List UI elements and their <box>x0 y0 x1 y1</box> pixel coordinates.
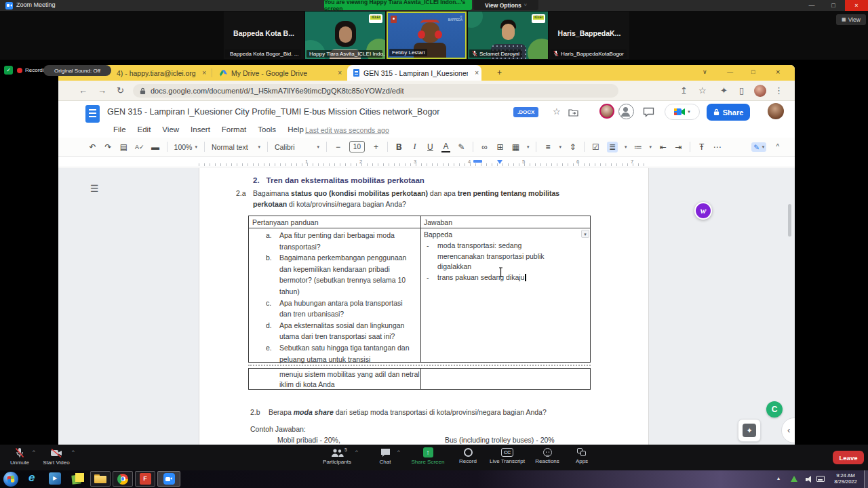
view-button[interactable]: ▦ View <box>836 14 866 25</box>
indent-marker[interactable] <box>497 160 502 164</box>
spellcheck-button[interactable]: A✓ <box>135 144 144 150</box>
star-document-icon[interactable]: ☆ <box>553 106 561 117</box>
tab-close-icon[interactable]: × <box>335 69 344 77</box>
mic-options-chevron[interactable]: ^ <box>33 449 35 455</box>
line-spacing-button[interactable]: ⇕ <box>568 142 577 152</box>
checklist-button[interactable]: ☑ <box>591 142 600 152</box>
questions-table[interactable]: Pertanyaan panduan Jawaban a.Apa fitur p… <box>248 216 592 392</box>
increase-font-button[interactable]: + <box>372 142 380 152</box>
clock[interactable]: 9:24 AM 8/29/2022 <box>829 472 863 485</box>
move-folder-icon[interactable] <box>568 108 578 117</box>
extensions-icon[interactable]: ✦ <box>720 85 728 96</box>
paint-format-button[interactable]: ▬ <box>151 142 160 152</box>
share-screen-button[interactable]: ↑ Share Screen <box>407 447 449 465</box>
numbered-list-button[interactable]: ≔ <box>634 142 643 152</box>
taskbar-ie-icon[interactable]: e <box>28 471 35 485</box>
participant-tile-haris[interactable]: Haris_BappedaK... Haris_BappedaKotaBogor <box>549 12 629 59</box>
back-button[interactable]: ← <box>79 85 87 96</box>
clear-formatting-button[interactable]: Ŧ <box>697 142 706 152</box>
browser-tab-drive[interactable]: My Drive - Google Drive × <box>214 65 344 81</box>
add-comment-button[interactable]: ⊞ <box>496 142 505 152</box>
scrollbar-thumb[interactable] <box>788 204 791 237</box>
participant-tile-bappeda-kota-bogor[interactable]: Bappeda Kota B... Bappeda Kota Bogor_Bid… <box>224 12 304 59</box>
align-button[interactable]: ≡ <box>543 142 552 152</box>
chat-options-chevron[interactable]: ^ <box>397 449 400 455</box>
original-sound-toggle[interactable]: Original Sound: Off <box>43 65 111 76</box>
ruler[interactable]: 1 2 3 4 5 6 7 <box>58 158 795 167</box>
bold-button[interactable]: B <box>395 142 403 152</box>
answer-cell[interactable]: Bappeda -moda transportasi: sedang meren… <box>424 230 587 283</box>
print-button[interactable]: ▤ <box>119 142 128 152</box>
url-bar[interactable]: docs.google.com/document/d/1_H5kmA7llY6e… <box>133 84 618 98</box>
leave-button[interactable]: Leave <box>833 451 864 464</box>
taskbar-chrome-button[interactable] <box>113 471 133 487</box>
redo-button[interactable]: ↷ <box>104 142 113 152</box>
last-edit-link[interactable]: Last edit was seconds ago <box>305 126 389 134</box>
font-size-field[interactable]: 10 <box>349 141 365 152</box>
participants-button[interactable]: Participants 5 ^ <box>317 447 357 465</box>
menu-tools[interactable]: Tools <box>258 125 276 134</box>
more-options-button[interactable]: ⋯ <box>713 142 722 152</box>
minimize-button[interactable]: — <box>802 0 822 11</box>
reactions-button[interactable]: Reactions <box>530 447 564 464</box>
bulleted-list-button[interactable]: ≣ <box>607 142 618 152</box>
menu-format[interactable]: Format <box>222 125 246 134</box>
participants-options-chevron[interactable]: ^ <box>355 449 358 455</box>
meet-button[interactable]: ▾ <box>665 104 700 120</box>
taskbar-mediaplayer-icon[interactable]: ▶ <box>49 472 61 485</box>
network-icon[interactable] <box>816 476 825 482</box>
participant-tile-selamet-daroyni[interactable]: ICLEI Selamet Daroyni <box>468 12 548 59</box>
tab-search-chevron[interactable]: ∨ <box>703 68 707 75</box>
editing-mode-select[interactable]: ✎▾ <box>751 142 766 152</box>
wordtune-extension-icon[interactable]: w <box>694 202 712 220</box>
menu-edit[interactable]: Edit <box>138 125 151 134</box>
show-desktop-button[interactable] <box>864 470 868 488</box>
zoom-select[interactable]: 100%▾ <box>174 143 197 151</box>
taskbar-zoom-button[interactable] <box>157 471 180 487</box>
participant-tile-febby-lestari[interactable]: ≋BAPPEDA Febby Lestari <box>387 12 467 59</box>
share-button[interactable]: Share <box>707 104 750 121</box>
browser-menu-icon[interactable]: ⋮ <box>774 85 783 96</box>
bookmark-star-icon[interactable]: ☆ <box>698 85 707 96</box>
tray-expand-icon[interactable]: ▴ <box>777 475 780 481</box>
menu-file[interactable]: File <box>113 125 126 134</box>
maximize-button[interactable]: □ <box>823 0 844 11</box>
menu-view[interactable]: View <box>162 125 179 134</box>
docs-logo[interactable] <box>85 105 100 123</box>
paragraph-style-select[interactable]: Normal text▾ <box>212 143 260 151</box>
decrease-font-button[interactable]: − <box>334 142 342 152</box>
start-video-button[interactable]: Start Video ^ <box>38 447 75 466</box>
indent-marker[interactable] <box>473 160 482 163</box>
browser-minimize-button[interactable]: — <box>727 68 733 75</box>
browser-profile-avatar[interactable] <box>754 85 766 97</box>
increase-indent-button[interactable]: ⇥ <box>674 142 683 152</box>
new-tab-button[interactable]: + <box>494 67 505 79</box>
start-button[interactable] <box>3 472 18 487</box>
insert-link-button[interactable]: ∞ <box>480 142 489 152</box>
font-select[interactable]: Calibri▾ <box>275 143 319 151</box>
collapse-side-tab[interactable]: ‹ <box>781 418 795 443</box>
browser-maximize-button[interactable]: □ <box>751 68 755 75</box>
assistant-extension-icon[interactable]: C <box>766 401 783 418</box>
side-panel-icon[interactable]: ▯ <box>739 85 744 96</box>
cell-dropdown-icon[interactable]: ▾ <box>581 230 589 238</box>
menu-insert[interactable]: Insert <box>191 125 210 134</box>
document-title[interactable]: GEN 315 - Lampiran I_Kuesioner City Prof… <box>107 107 439 117</box>
browser-close-button[interactable]: × <box>776 68 780 76</box>
text-color-button[interactable]: A <box>441 142 450 152</box>
taskbar-notes-icon[interactable] <box>72 472 84 485</box>
tab-close-icon[interactable]: × <box>472 69 481 77</box>
unmute-button[interactable]: Unmute ^ <box>4 447 35 466</box>
view-options-button[interactable]: View Options ˅ <box>473 0 538 10</box>
video-options-chevron[interactable]: ^ <box>72 449 75 455</box>
live-transcript-button[interactable]: CC Live Transcript <box>484 447 530 464</box>
menu-help[interactable]: Help <box>288 125 304 134</box>
comments-icon[interactable] <box>643 107 654 117</box>
undo-button[interactable]: ↶ <box>88 142 97 152</box>
taskbar-pdf-button[interactable]: F <box>135 471 155 487</box>
explore-button[interactable]: ✦ <box>738 419 761 442</box>
chat-button[interactable]: Chat ^ <box>370 447 400 465</box>
reload-button[interactable]: ↻ <box>117 85 124 96</box>
insert-image-button[interactable]: ▦ <box>511 142 520 152</box>
account-avatar[interactable] <box>768 103 784 119</box>
